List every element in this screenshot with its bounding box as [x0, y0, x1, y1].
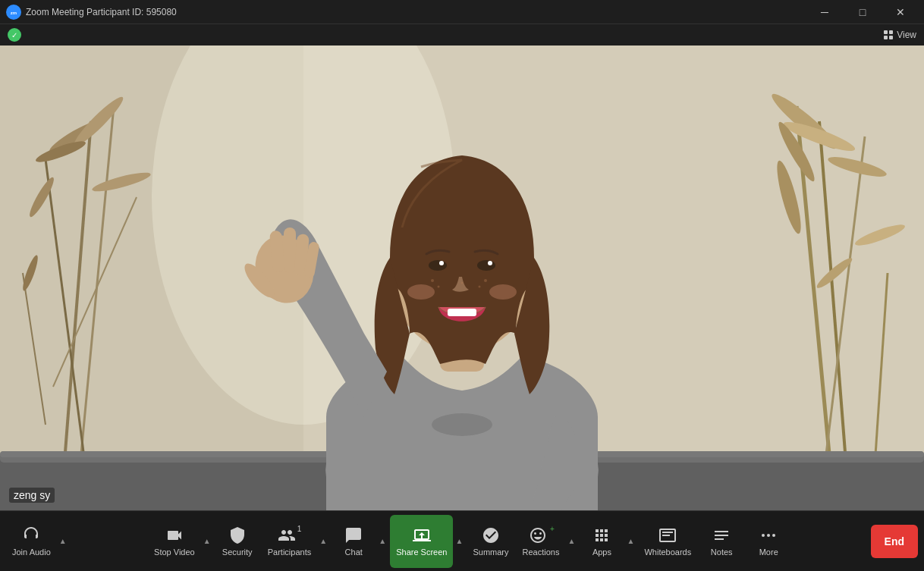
- security-button[interactable]: Security: [215, 515, 260, 568]
- summary-group: Summary: [467, 515, 514, 568]
- participants-button[interactable]: 1 Participants: [262, 515, 317, 568]
- title-text: Zoom Meeting Participant ID: 595080: [26, 7, 177, 17]
- summary-icon: [482, 526, 500, 544]
- share-screen-button[interactable]: Share Screen: [390, 515, 453, 568]
- participants-icon: [278, 526, 296, 544]
- close-button[interactable]: ✕: [883, 0, 918, 24]
- chat-group: Chat ▲: [331, 515, 388, 568]
- chat-button[interactable]: Chat: [331, 515, 376, 568]
- notes-label: Notes: [711, 547, 733, 557]
- svg-rect-3: [889, 30, 893, 34]
- whiteboards-group: Whiteboards: [638, 515, 697, 568]
- svg-point-44: [489, 284, 517, 300]
- participant-video: [0, 45, 924, 510]
- svg-rect-57: [662, 535, 670, 536]
- chat-chevron[interactable]: ▲: [376, 515, 388, 568]
- title-bar-left: zm Zoom Meeting Participant ID: 595080: [6, 5, 177, 20]
- svg-rect-52: [284, 227, 296, 273]
- stop-video-button[interactable]: Stop Video: [148, 515, 201, 568]
- security-icon-wrap: [228, 526, 247, 544]
- svg-point-41: [488, 261, 492, 265]
- participants-label: Participants: [268, 547, 311, 557]
- chat-icon-wrap: [344, 526, 363, 544]
- svg-point-58: [762, 534, 765, 537]
- svg-point-47: [484, 279, 487, 282]
- window-controls: ─ □ ✕: [807, 0, 918, 24]
- share-screen-icon-wrap: [413, 526, 431, 544]
- apps-button[interactable]: Apps: [579, 515, 624, 568]
- participants-icon-wrap: 1: [278, 526, 302, 544]
- reactions-label: Reactions: [523, 547, 560, 557]
- svg-point-48: [479, 286, 481, 288]
- apps-group: Apps ▲: [579, 515, 636, 568]
- svg-point-49: [461, 282, 464, 284]
- svg-point-46: [438, 286, 440, 288]
- join-audio-chevron[interactable]: ▲: [57, 515, 69, 568]
- svg-text:zm: zm: [11, 11, 17, 15]
- video-icon: [165, 526, 184, 544]
- svg-point-59: [767, 534, 770, 537]
- status-bar: View: [0, 24, 924, 45]
- security-label: Security: [222, 547, 253, 557]
- notes-icon: [712, 526, 731, 544]
- join-audio-icon-wrap: [22, 526, 40, 544]
- summary-label: Summary: [473, 547, 508, 557]
- whiteboards-label: Whiteboards: [644, 547, 691, 557]
- summary-icon-wrap: [482, 526, 500, 544]
- more-dots-icon: [759, 526, 778, 544]
- end-button[interactable]: End: [871, 525, 918, 558]
- participants-chevron[interactable]: ▲: [317, 515, 329, 568]
- svg-point-38: [429, 260, 447, 271]
- svg-point-60: [772, 534, 775, 537]
- reactions-chevron[interactable]: ▲: [565, 515, 577, 568]
- svg-point-35: [432, 413, 492, 436]
- toolbar: Join Audio ▲ Stop Video ▲: [0, 510, 924, 571]
- stop-video-label: Stop Video: [154, 547, 195, 557]
- minimize-button[interactable]: ─: [807, 0, 842, 24]
- share-screen-chevron[interactable]: ▲: [453, 515, 465, 568]
- participants-count: 1: [297, 525, 302, 533]
- reactions-group: + Reactions ▲: [517, 515, 578, 568]
- join-audio-label: Join Audio: [12, 547, 51, 557]
- chat-label: Chat: [345, 547, 363, 557]
- reactions-add-icon: +: [550, 525, 555, 533]
- stop-video-icon-wrap: [165, 526, 184, 544]
- svg-rect-5: [889, 36, 893, 39]
- notes-button[interactable]: Notes: [699, 515, 744, 568]
- more-icon-wrap: [759, 526, 778, 544]
- join-audio-button[interactable]: Join Audio: [6, 515, 57, 568]
- video-area: zeng sy: [0, 45, 924, 510]
- participants-group: 1 Participants ▲: [262, 515, 329, 568]
- whiteboard-icon: [658, 526, 677, 544]
- summary-button[interactable]: Summary: [467, 515, 514, 568]
- reactions-icon-wrap: +: [529, 526, 553, 544]
- toolbar-left: Join Audio ▲: [6, 515, 69, 568]
- title-bar: zm Zoom Meeting Participant ID: 595080 ─…: [0, 0, 924, 24]
- share-screen-group: Share Screen ▲: [390, 515, 465, 568]
- stop-video-chevron[interactable]: ▲: [201, 515, 213, 568]
- status-indicator: [8, 28, 21, 42]
- notes-icon-wrap: [712, 526, 731, 544]
- svg-point-39: [477, 260, 495, 271]
- svg-rect-42: [448, 309, 476, 316]
- apps-icon: [592, 526, 611, 544]
- join-audio-group: Join Audio ▲: [6, 515, 69, 568]
- view-button[interactable]: View: [883, 30, 916, 40]
- svg-point-45: [431, 279, 434, 282]
- svg-point-40: [439, 261, 444, 265]
- svg-rect-2: [884, 30, 888, 34]
- whiteboards-icon-wrap: [658, 526, 677, 544]
- emoji-icon: [529, 526, 547, 544]
- more-button[interactable]: More: [746, 515, 791, 568]
- chat-icon: [344, 526, 363, 544]
- apps-chevron[interactable]: ▲: [624, 515, 636, 568]
- whiteboards-button[interactable]: Whiteboards: [638, 515, 697, 568]
- notes-group: Notes: [699, 515, 744, 568]
- apps-icon-wrap: [592, 526, 611, 544]
- view-label: View: [897, 30, 916, 40]
- maximize-button[interactable]: □: [845, 0, 880, 24]
- share-screen-label: Share Screen: [396, 547, 447, 557]
- participant-name: zeng sy: [9, 488, 55, 503]
- toolbar-center: Stop Video ▲ Security: [69, 515, 871, 568]
- reactions-button[interactable]: + Reactions: [517, 515, 566, 568]
